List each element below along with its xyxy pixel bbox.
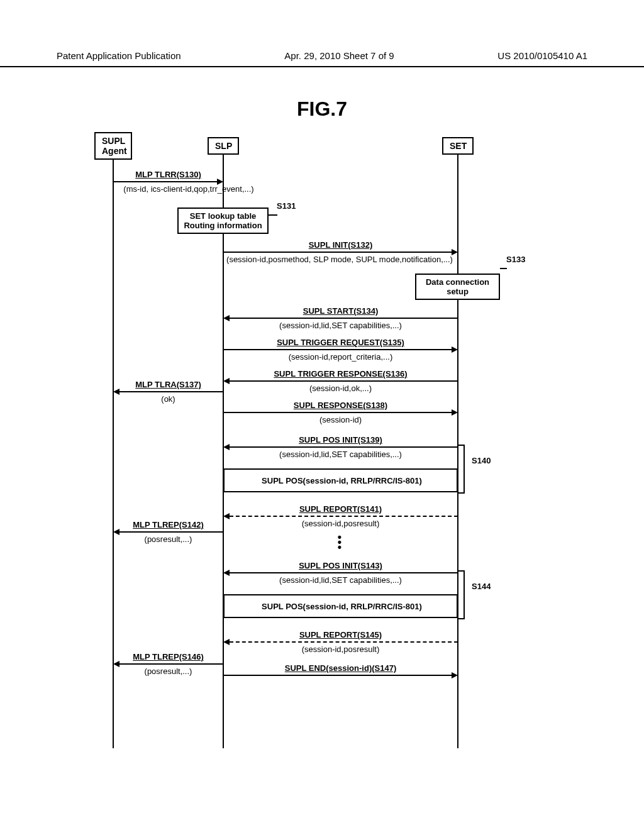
actor-slp: SLP: [208, 137, 239, 155]
sequence-diagram: SUPL Agent SLP SET MLP TLRR(S130) (ms-id…: [88, 132, 566, 761]
step-s144: S144: [472, 582, 491, 591]
note-data-connection: Data connection setup: [415, 274, 500, 300]
header-left: Patent Application Publication: [57, 50, 181, 61]
msg-supl-pos-1: SUPL POS(session-id, RRLP/RRC/IS-801): [223, 468, 458, 492]
msg-supl-pos-2: SUPL POS(session-id, RRLP/RRC/IS-801): [223, 594, 458, 618]
step-s133: S133: [506, 255, 525, 264]
actor-set: SET: [442, 137, 474, 155]
note-lookup-table: SET lookup table Routing information: [177, 208, 269, 234]
figure-title: FIG.7: [0, 97, 644, 121]
header-center: Apr. 29, 2010 Sheet 7 of 9: [284, 50, 394, 61]
header-right: US 2010/0105410 A1: [497, 50, 587, 61]
step-s131: S131: [277, 201, 296, 211]
page-header: Patent Application Publication Apr. 29, …: [0, 50, 644, 67]
step-s140: S140: [472, 456, 491, 465]
ellipsis-icon: •••: [333, 534, 346, 550]
actor-supl-agent: SUPL Agent: [94, 132, 132, 160]
